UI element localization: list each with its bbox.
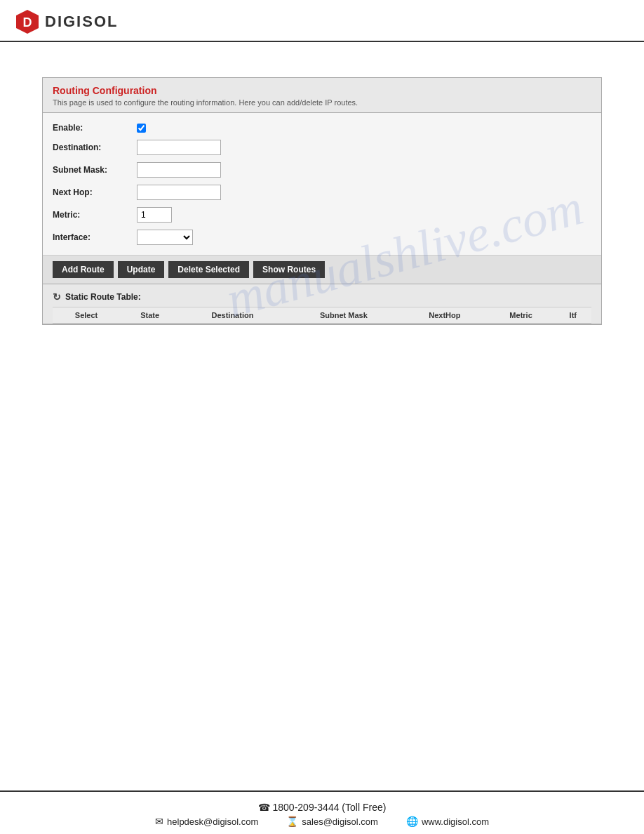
metric-row: Metric: <box>53 207 591 223</box>
routing-subtitle: This page is used to configure the routi… <box>53 98 591 107</box>
logo-text: DIGISOL <box>45 13 118 31</box>
enable-label: Enable: <box>53 123 137 133</box>
routing-form: Enable: Destination: Subnet Mask: Next H… <box>43 113 601 256</box>
delete-selected-button[interactable]: Delete Selected <box>168 261 249 278</box>
table-section-title: ↻ Static Route Table: <box>53 289 591 305</box>
enable-checkbox[interactable] <box>137 124 146 133</box>
phone-number: 1800-209-3444 (Toll Free) <box>273 802 387 813</box>
add-route-button[interactable]: Add Route <box>53 261 114 278</box>
helpdesk-email: helpdesk@digisol.com <box>167 816 258 827</box>
website-contact: 🌐 www.digisol.com <box>406 816 489 827</box>
footer-contacts: ✉ helpdesk@digisol.com ⌛ sales@digisol.c… <box>0 816 644 827</box>
col-metric: Metric <box>488 307 555 324</box>
svg-text:D: D <box>23 15 32 29</box>
interface-row: Interface: <box>53 230 591 245</box>
subnet-mask-input[interactable] <box>137 162 221 178</box>
next-hop-row: Next Hop: <box>53 185 591 200</box>
digisol-logo-icon: D <box>14 8 41 35</box>
interface-select[interactable] <box>137 230 193 245</box>
show-routes-button[interactable]: Show Routes <box>253 261 325 278</box>
table-section: ↻ Static Route Table: Select State Desti… <box>43 284 601 324</box>
refresh-icon[interactable]: ↻ <box>53 291 61 303</box>
subnet-mask-label: Subnet Mask: <box>53 165 137 175</box>
sales-contact: ⌛ sales@digisol.com <box>286 816 378 827</box>
routing-config-box: Routing Configuration This page is used … <box>42 77 602 325</box>
routing-header: Routing Configuration This page is used … <box>43 78 601 113</box>
next-hop-label: Next Hop: <box>53 187 137 197</box>
email-icon: ✉ <box>155 816 163 827</box>
globe-icon: 🌐 <box>406 816 418 827</box>
routing-title: Routing Configuration <box>53 85 591 96</box>
buttons-row: Add Route Update Delete Selected Show Ro… <box>43 256 601 284</box>
helpdesk-contact: ✉ helpdesk@digisol.com <box>155 816 258 827</box>
col-select: Select <box>53 307 120 324</box>
update-button[interactable]: Update <box>118 261 165 278</box>
metric-label: Metric: <box>53 210 137 220</box>
footer: ☎ 1800-209-3444 (Toll Free) ✉ helpdesk@d… <box>0 790 644 834</box>
metric-input[interactable] <box>137 207 172 223</box>
col-destination: Destination <box>180 307 286 324</box>
destination-row: Destination: <box>53 140 591 155</box>
table-header-row: Select State Destination Subnet Mask Nex… <box>53 307 591 324</box>
col-nexthop: NextHop <box>402 307 487 324</box>
phone-icon: ☎ <box>258 802 270 813</box>
footer-phone: ☎ 1800-209-3444 (Toll Free) <box>0 802 644 813</box>
col-itf: Itf <box>555 307 591 324</box>
main-content: Routing Configuration This page is used … <box>0 42 644 353</box>
destination-input[interactable] <box>137 140 221 155</box>
logo: D DIGISOL <box>14 8 118 35</box>
enable-row: Enable: <box>53 123 591 133</box>
website-url: www.digisol.com <box>422 816 489 827</box>
destination-label: Destination: <box>53 143 137 152</box>
static-route-table-label: Static Route Table: <box>65 292 141 302</box>
col-state: State <box>120 307 180 324</box>
next-hop-input[interactable] <box>137 185 221 200</box>
sales-email: sales@digisol.com <box>302 816 378 827</box>
subnet-mask-row: Subnet Mask: <box>53 162 591 178</box>
header: D DIGISOL <box>0 0 644 42</box>
col-subnet-mask: Subnet Mask <box>286 307 402 324</box>
route-table: Select State Destination Subnet Mask Nex… <box>53 307 591 324</box>
interface-label: Interface: <box>53 232 137 242</box>
sales-icon: ⌛ <box>286 816 298 827</box>
